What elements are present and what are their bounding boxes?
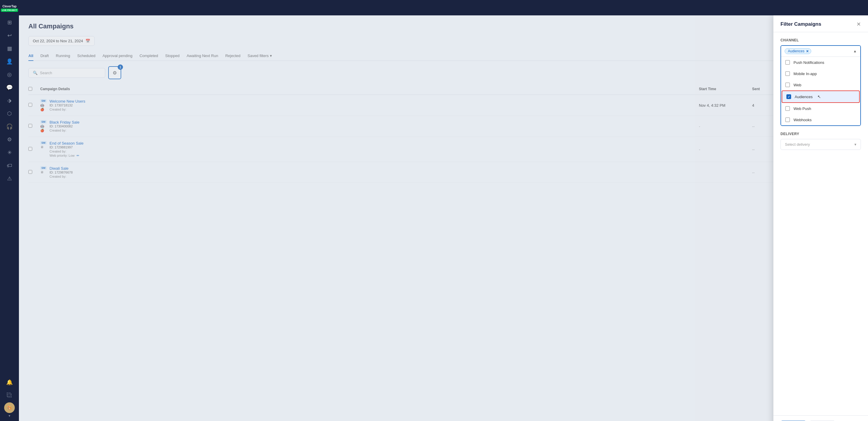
channel-tag: Audiences × xyxy=(785,48,811,54)
sidebar: CleverTap LIVE PROJECT ⊞ ↩ ▦ 👤 ◎ 💬 ⬗ ⬡ 🎧… xyxy=(0,0,19,421)
live-badge: LIVE PROJECT xyxy=(1,8,18,12)
topnav xyxy=(19,0,868,16)
filter-close-button[interactable]: ✕ xyxy=(857,22,861,27)
avatar-chevron-icon[interactable]: ▼ xyxy=(8,414,11,417)
journeys-icon[interactable]: ⬗ xyxy=(4,95,16,107)
filter-panel-header: Filter Campaigns ✕ xyxy=(773,16,868,32)
web-label: Web xyxy=(794,83,802,87)
channel-dropdown[interactable]: Audiences × ▲ Push Notifications M xyxy=(780,45,861,126)
channel-option-audiences[interactable]: Audiences ↖ xyxy=(782,90,860,103)
goals-icon[interactable]: ◎ xyxy=(4,68,16,81)
channel-option-webhooks[interactable]: Webhooks xyxy=(781,114,860,125)
delivery-dropdown[interactable]: Select delivery ▾ xyxy=(780,139,861,150)
channel-option-webpush[interactable]: Web Push xyxy=(781,103,860,114)
main-wrapper: All Campaigns Oct 22, 2024 to Nov 21, 20… xyxy=(19,16,868,421)
inapp-label: Mobile In-app xyxy=(794,71,817,76)
engagement-icon[interactable]: ↩ xyxy=(4,30,16,41)
avatar[interactable]: 🎨 xyxy=(4,402,15,413)
audiences-checkbox[interactable] xyxy=(786,94,791,99)
push-checkbox[interactable] xyxy=(785,60,790,65)
support-icon[interactable]: 🎧 xyxy=(4,121,16,132)
cursor-icon: ↖ xyxy=(817,94,821,99)
logo-text: CleverTap xyxy=(1,5,18,8)
audiences-label: Audiences xyxy=(795,95,813,99)
integrations-icon[interactable]: ✳ xyxy=(4,147,16,158)
channel-dropdown-chevron-icon: ▲ xyxy=(853,49,857,53)
channel-section-label: Channel xyxy=(780,38,861,42)
channel-option-inapp[interactable]: Mobile In-app xyxy=(781,68,860,79)
inapp-checkbox[interactable] xyxy=(785,71,790,76)
delivery-chevron-icon: ▾ xyxy=(855,142,857,147)
delivery-placeholder: Select delivery xyxy=(785,142,810,147)
graph-icon[interactable]: ⿻ xyxy=(4,389,16,401)
analytics-icon[interactable]: ▦ xyxy=(4,42,16,54)
logo[interactable]: CleverTap LIVE PROJECT xyxy=(2,4,17,13)
users-icon[interactable]: 👤 xyxy=(4,56,16,67)
campaigns-icon[interactable]: 💬 xyxy=(4,82,16,93)
web-checkbox[interactable] xyxy=(785,83,790,87)
overlay xyxy=(19,16,773,421)
webpush-label: Web Push xyxy=(794,107,811,111)
push-label: Push Notifications xyxy=(794,60,824,65)
dashboard-icon[interactable]: ⊞ xyxy=(4,17,16,28)
filter-panel-title: Filter Campaigns xyxy=(780,21,821,27)
alerts-icon[interactable]: ⚠ xyxy=(4,173,16,184)
segments-icon[interactable]: ⬡ xyxy=(4,108,16,119)
channel-option-web[interactable]: Web xyxy=(781,79,860,90)
filter-panel-body: Channel Audiences × ▲ Push Notifications xyxy=(773,32,868,415)
settings-icon[interactable]: ⚙ xyxy=(4,133,16,146)
channel-tag-text: Audiences xyxy=(788,49,804,53)
filter-panel: Filter Campaigns ✕ Channel Audiences × ▲ xyxy=(773,16,868,421)
webpush-checkbox[interactable] xyxy=(785,106,790,111)
channel-option-push[interactable]: Push Notifications xyxy=(781,57,860,68)
channel-option-list: Push Notifications Mobile In-app Web xyxy=(781,57,860,125)
delivery-section-label: Delivery xyxy=(780,132,861,136)
filter-panel-footer: Apply Cancel Save Filter xyxy=(773,415,868,421)
webhooks-checkbox[interactable] xyxy=(785,117,790,122)
channel-tag-remove[interactable]: × xyxy=(806,49,809,53)
tags-icon[interactable]: 🏷 xyxy=(4,160,16,172)
webhooks-label: Webhooks xyxy=(794,118,811,122)
delivery-section: Delivery Select delivery ▾ xyxy=(780,132,861,150)
notifications-icon[interactable]: 🔔 xyxy=(4,377,16,388)
channel-selected-display[interactable]: Audiences × ▲ xyxy=(781,46,860,57)
